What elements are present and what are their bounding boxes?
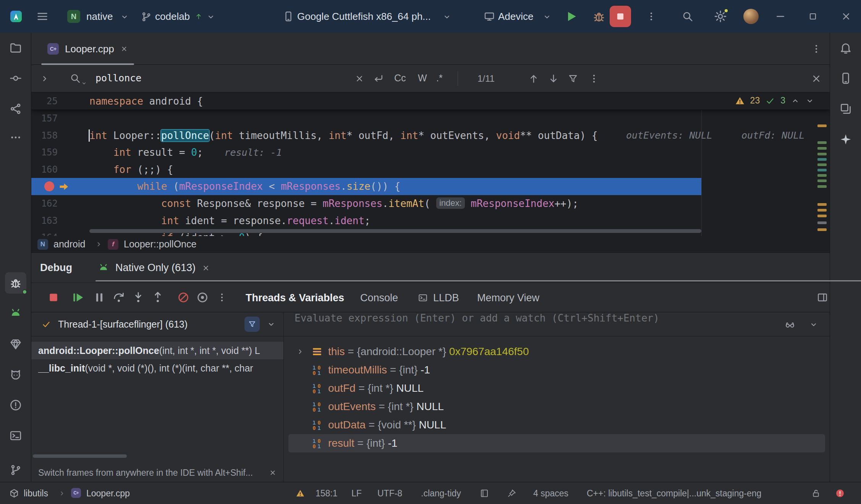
- tab-lldb[interactable]: LLDB: [433, 292, 459, 304]
- tab-looper-cpp[interactable]: C+ Looper.cpp: [38, 33, 137, 65]
- adevice-name[interactable]: Adevice: [498, 11, 534, 23]
- app-quality-insights-tool-icon[interactable]: [9, 338, 22, 351]
- device-explorer-tool-icon[interactable]: [839, 72, 852, 85]
- breadcrumb-namespace[interactable]: android: [53, 239, 85, 250]
- gutter[interactable]: 164: [31, 229, 89, 236]
- frame-row[interactable]: android::Looper::pollOnce(int, int *, in…: [31, 342, 283, 359]
- stripe-mark[interactable]: [817, 163, 827, 166]
- status-file[interactable]: Looper.cpp: [86, 488, 130, 499]
- stripe-mark[interactable]: [817, 203, 827, 206]
- clang-tidy-widget[interactable]: .clang-tidy: [421, 488, 461, 499]
- notifications-icon[interactable]: [839, 41, 852, 54]
- indent-setting[interactable]: 4 spaces: [533, 488, 568, 499]
- pull-requests-tool-icon[interactable]: [9, 102, 22, 115]
- settings-button[interactable]: [714, 10, 727, 23]
- running-devices-tool-icon[interactable]: [9, 307, 22, 320]
- evaluate-history-icon[interactable]: [809, 320, 818, 329]
- search-input[interactable]: pollonce: [95, 73, 141, 84]
- add-watch-icon[interactable]: [785, 319, 795, 330]
- terminal-tool-icon[interactable]: [9, 429, 22, 442]
- error-notification-icon[interactable]: [835, 488, 845, 498]
- status-module[interactable]: libutils: [24, 488, 48, 499]
- code-line-25[interactable]: 25namespace android {: [31, 92, 830, 110]
- tab-threads-variables[interactable]: Threads & Variables: [246, 292, 344, 304]
- close-tab-icon[interactable]: [120, 45, 128, 53]
- step-out-icon[interactable]: [151, 291, 165, 304]
- stripe-mark[interactable]: [817, 141, 827, 144]
- stripe-mark[interactable]: [817, 185, 827, 188]
- variable-row-outFd[interactable]: 1001outFd = {int *} NULL: [288, 379, 825, 397]
- dismiss-hint-icon[interactable]: [269, 469, 277, 477]
- stripe-mark[interactable]: [817, 228, 827, 231]
- version-control-tool-icon[interactable]: [9, 464, 22, 477]
- code-line-158[interactable]: 158int Looper::pollOnce(int timeoutMilli…: [31, 127, 830, 144]
- previous-match-icon[interactable]: [528, 73, 539, 84]
- match-case-toggle[interactable]: Cc: [394, 73, 406, 84]
- clear-search-icon[interactable]: [354, 74, 364, 84]
- code-line-161[interactable]: while (mResponseIndex < mResponses.size(…: [31, 178, 830, 195]
- pause-program-icon[interactable]: [92, 291, 106, 304]
- frames-scrollbar[interactable]: [33, 454, 127, 458]
- minimize-button[interactable]: [775, 11, 786, 22]
- tab-memory-view[interactable]: Memory View: [477, 292, 539, 304]
- stripe-mark[interactable]: [817, 153, 827, 155]
- line-number[interactable]: 157: [31, 110, 58, 127]
- expand-icon[interactable]: [296, 347, 304, 356]
- debug-button[interactable]: [592, 10, 606, 23]
- variable-row-result[interactable]: 1001result = {int} -1: [288, 434, 825, 452]
- mute-breakpoints-icon[interactable]: [176, 291, 190, 304]
- frames-filter-button[interactable]: [244, 317, 260, 332]
- step-over-icon[interactable]: [112, 291, 126, 304]
- code-line-157[interactable]: 157: [31, 110, 830, 127]
- line-number[interactable]: 163: [31, 212, 58, 229]
- maximize-button[interactable]: [808, 11, 818, 22]
- variable-row-outData[interactable]: 1001outData = {void **} NULL: [288, 416, 825, 434]
- close-window-button[interactable]: [840, 11, 852, 22]
- stop-process-icon[interactable]: [47, 291, 60, 304]
- gutter[interactable]: 157: [31, 110, 89, 127]
- line-number[interactable]: 162: [31, 195, 58, 212]
- search-history-chevron-icon[interactable]: [81, 80, 87, 86]
- problems-tool-icon[interactable]: [9, 399, 22, 412]
- adevice-chevron-icon[interactable]: [542, 12, 552, 21]
- code-editor[interactable]: 25namespace android { 157158int Looper::…: [31, 92, 830, 236]
- gutter[interactable]: 160: [31, 161, 89, 178]
- code-line-160[interactable]: 160 for (;;) {: [31, 161, 830, 178]
- breakpoint-icon[interactable]: [44, 181, 54, 191]
- debug-more-icon[interactable]: [216, 292, 228, 303]
- code-line-163[interactable]: 163 int ident = response.request.ident;: [31, 212, 830, 229]
- thread-selector[interactable]: Thread-1-[surfaceflinger] (613): [31, 312, 283, 336]
- breadcrumb-function[interactable]: Looper::pollOnce: [124, 239, 196, 250]
- newline-toggle-icon[interactable]: [373, 73, 384, 84]
- thread-chevron-icon[interactable]: [267, 320, 276, 329]
- tab-options-icon[interactable]: [811, 43, 822, 55]
- run-config-chevron-icon[interactable]: [120, 12, 129, 21]
- stripe-mark[interactable]: [817, 221, 827, 224]
- evaluate-bar[interactable]: Evaluate expression (Enter) or add a wat…: [284, 312, 830, 336]
- close-find-bar-icon[interactable]: [811, 73, 822, 84]
- layout-settings-icon[interactable]: [817, 292, 828, 303]
- stop-button[interactable]: [610, 6, 631, 27]
- stripe-mark[interactable]: [817, 215, 827, 217]
- variable-row-outEvents[interactable]: 1001outEvents = {int *} NULL: [288, 397, 825, 416]
- gutter[interactable]: [31, 178, 89, 195]
- gutter[interactable]: 162: [31, 195, 89, 212]
- gutter[interactable]: 159: [31, 144, 89, 161]
- expand-replace-icon[interactable]: [40, 74, 50, 84]
- frame-row[interactable]: __libc_init(void *, void (*)(), int (*)(…: [31, 359, 283, 377]
- code-line-159[interactable]: 159 int result = 0;result: -1: [31, 144, 830, 161]
- reader-mode-icon[interactable]: [480, 489, 489, 498]
- stripe-mark[interactable]: [817, 209, 827, 212]
- stripe-mark[interactable]: [817, 158, 827, 161]
- search-options-icon[interactable]: [588, 73, 600, 84]
- tab-console[interactable]: Console: [360, 292, 398, 304]
- stripe-mark[interactable]: [817, 124, 827, 127]
- status-warning-icon[interactable]: [296, 489, 305, 498]
- git-branch-icon[interactable]: [141, 11, 152, 23]
- user-avatar[interactable]: [743, 9, 759, 24]
- regex-toggle[interactable]: .*: [436, 73, 443, 84]
- line-number[interactable]: 164: [31, 229, 58, 236]
- commit-tool-icon[interactable]: [9, 72, 22, 85]
- gutter[interactable]: 25: [31, 92, 89, 110]
- search-everywhere-icon[interactable]: [681, 10, 694, 23]
